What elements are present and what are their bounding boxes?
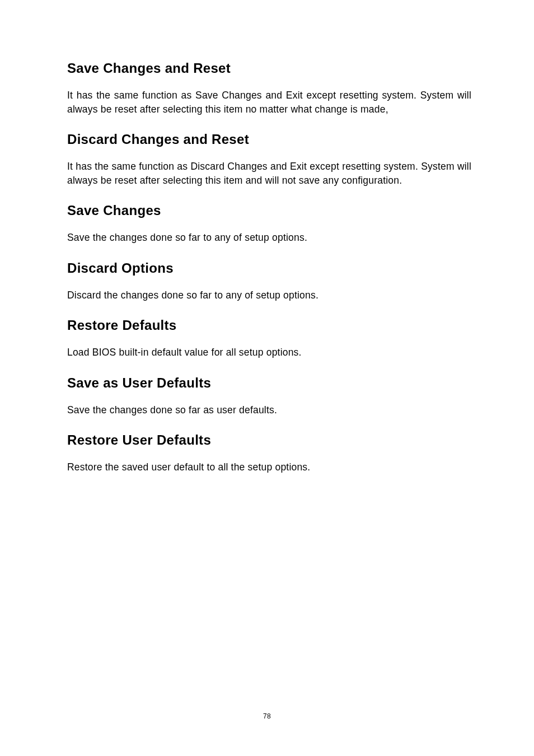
heading: Discard Changes and Reset [67,132,471,147]
section-discard-changes-and-reset: Discard Changes and Reset It has the sam… [67,132,471,187]
heading: Save Changes and Reset [67,60,471,76]
heading: Save as User Defaults [67,375,471,391]
section-save-changes-and-reset: Save Changes and Reset It has the same f… [67,60,471,116]
heading: Save Changes [67,203,471,218]
section-restore-user-defaults: Restore User Defaults Restore the saved … [67,432,471,474]
body-text: Load BIOS built-in default value for all… [67,346,471,360]
body-text: Save the changes done so far as user def… [67,403,471,417]
body-text: Restore the saved user default to all th… [67,460,471,474]
body-text: It has the same function as Save Changes… [67,88,471,116]
page-number: 78 [0,712,534,720]
document-page: Save Changes and Reset It has the same f… [67,60,471,478]
body-text: It has the same function as Discard Chan… [67,160,471,187]
body-text: Save the changes done so far to any of s… [67,231,471,245]
section-save-as-user-defaults: Save as User Defaults Save the changes d… [67,375,471,417]
heading: Restore Defaults [67,318,471,333]
section-discard-options: Discard Options Discard the changes done… [67,260,471,302]
heading: Restore User Defaults [67,432,471,448]
section-restore-defaults: Restore Defaults Load BIOS built-in defa… [67,318,471,360]
section-save-changes: Save Changes Save the changes done so fa… [67,203,471,245]
heading: Discard Options [67,260,471,276]
body-text: Discard the changes done so far to any o… [67,288,471,302]
